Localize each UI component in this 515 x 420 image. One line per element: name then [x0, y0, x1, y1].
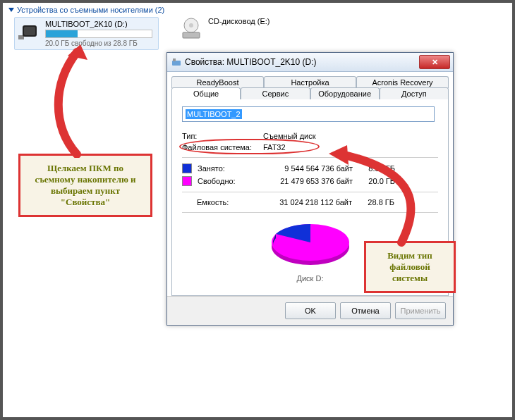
tab-general[interactable]: Общие: [171, 87, 241, 99]
capacity-bytes: 31 024 218 112 байт: [253, 198, 352, 206]
free-bytes: 21 479 653 376 байт: [254, 177, 353, 185]
device-usb-name: MULTIBOOT_2K10 (D:): [45, 20, 152, 28]
svg-rect-5: [183, 32, 200, 38]
divider: [182, 157, 438, 158]
svg-rect-7: [173, 58, 176, 61]
section-header[interactable]: Устройства со съемными носителями (2): [3, 3, 512, 16]
titlebar[interactable]: Свойства: MULTIBOOT_2K10 (D:) ✕: [167, 53, 453, 72]
device-usb[interactable]: MULTIBOOT_2K10 (D:) 20.0 ГБ свободно из …: [14, 17, 159, 50]
tab-settings[interactable]: Настройка: [264, 76, 356, 88]
used-bytes: 9 544 564 736 байт: [254, 164, 353, 173]
type-label: Тип:: [182, 132, 263, 140]
apply-button[interactable]: Применить: [395, 302, 446, 319]
capacity-bar: [45, 30, 152, 38]
close-icon: ✕: [432, 58, 438, 67]
type-value: Съемный диск: [263, 132, 438, 140]
usage-pie-chart: [258, 218, 363, 271]
device-usb-free: 20.0 ГБ свободно из 28.8 ГБ: [45, 39, 152, 47]
used-swatch: [182, 163, 192, 173]
drive-icon: [171, 57, 181, 67]
tab-sharing[interactable]: Доступ: [380, 87, 449, 99]
tab-acronis[interactable]: Acronis Recovery: [356, 76, 449, 88]
capacity-label: Емкость:: [197, 198, 253, 206]
used-label: Занято:: [198, 164, 254, 173]
device-cd-name: CD-дисковод (E:): [208, 17, 269, 25]
callout-right: Видим тип файловой системы: [364, 241, 456, 293]
free-swatch: [182, 176, 192, 186]
collapse-icon: [8, 8, 14, 12]
tab-hardware[interactable]: Оборудование: [310, 87, 380, 99]
ok-button[interactable]: OK: [285, 302, 336, 319]
tab-readyboost[interactable]: ReadyBoost: [171, 76, 264, 88]
filesystem-value: FAT32: [263, 143, 438, 152]
dialog-title: Свойства: MULTIBOOT_2K10 (D:): [185, 57, 419, 67]
usb-drive-icon: [17, 20, 40, 42]
divider: [182, 212, 438, 213]
volume-name-input[interactable]: MULTIBOOT_2: [182, 106, 435, 122]
svg-point-4: [189, 23, 193, 27]
device-cd[interactable]: CD-дисковод (E:): [180, 17, 269, 50]
svg-rect-6: [172, 61, 181, 66]
divider: [182, 192, 438, 192]
used-gb: 8.88 ГБ: [353, 164, 395, 173]
cancel-button[interactable]: Отмена: [340, 302, 391, 319]
section-title: Устройства со съемными носителями (2): [17, 6, 164, 14]
volume-name-value: MULTIBOOT_2: [186, 109, 242, 119]
annotation-arrow-left: [38, 42, 123, 158]
capacity-gb: 28.8 ГБ: [352, 198, 394, 206]
cd-drive-icon: [180, 17, 202, 39]
svg-rect-2: [24, 27, 35, 35]
free-gb: 20.0 ГБ: [353, 177, 395, 185]
close-button[interactable]: ✕: [419, 55, 450, 69]
callout-left: Щелкаем ПКМ по съемному накопителю и выб…: [18, 154, 152, 217]
filesystem-label: Файловая система:: [182, 143, 263, 152]
free-label: Свободно:: [198, 177, 254, 185]
tab-tools[interactable]: Сервис: [241, 87, 310, 99]
